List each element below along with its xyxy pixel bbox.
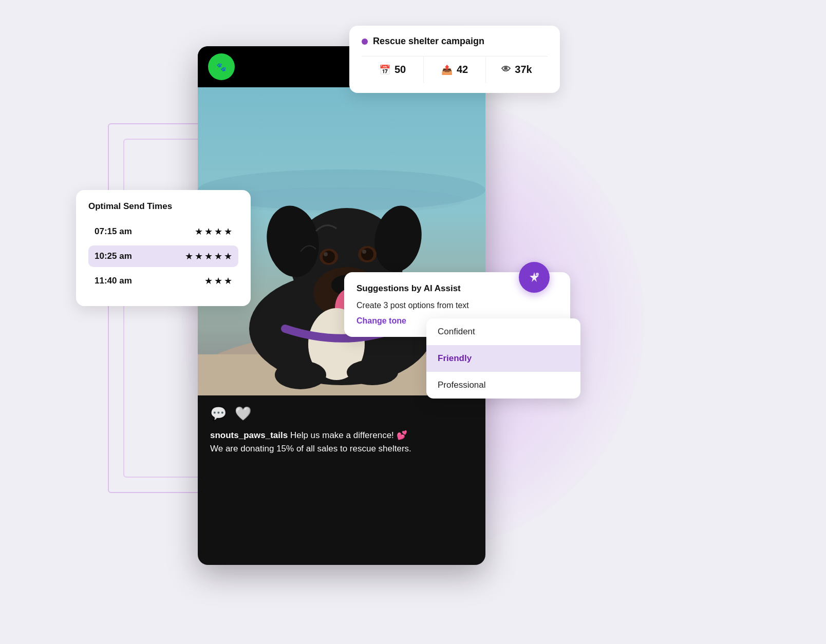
send-times-title: Optimal Send Times	[88, 201, 238, 212]
time-label-2: 10:25 am	[95, 251, 141, 261]
stat-published-value: 42	[457, 64, 468, 75]
ai-assist-button[interactable]	[519, 262, 550, 293]
campaign-stats: 📅 50 📤 42 👁 37k	[362, 56, 548, 83]
tone-option-confident[interactable]: Confident	[426, 318, 580, 345]
eye-icon: 👁	[501, 64, 511, 75]
post-caption: snouts_paws_tails Help us make a differe…	[210, 429, 473, 455]
tone-option-friendly[interactable]: Friendly	[426, 345, 580, 372]
post-caption-line2: We are donating 15% of all sales to resc…	[210, 444, 411, 453]
campaign-title-row: Rescue shelter campaign	[362, 36, 548, 47]
svg-point-24	[536, 273, 539, 276]
stat-views-value: 37k	[515, 64, 532, 75]
star: ★	[214, 226, 222, 237]
like-icon[interactable]: 🤍	[235, 406, 251, 422]
star: ★	[204, 251, 213, 262]
campaign-dot	[362, 39, 368, 45]
stars-2: ★ ★ ★ ★ ★	[185, 251, 232, 262]
campaign-stat-scheduled: 📅 50	[362, 56, 424, 83]
star: ★	[224, 251, 232, 262]
time-row-2[interactable]: 10:25 am ★ ★ ★ ★ ★	[88, 245, 238, 267]
post-username: snouts_paws_tails	[210, 430, 288, 440]
post-card-bottom: 💬 🤍 snouts_paws_tails Help us make a dif…	[198, 395, 485, 465]
time-row-3[interactable]: 11:40 am ★ ★ ★	[88, 270, 238, 292]
tone-dropdown: Confident Friendly Professional	[426, 318, 580, 399]
campaign-title: Rescue shelter campaign	[373, 36, 484, 47]
star: ★	[224, 275, 232, 287]
send-times-card: Optimal Send Times 07:15 am ★ ★ ★ ★ 10:2…	[76, 190, 251, 306]
star: ★	[214, 275, 222, 287]
calendar-icon: 📅	[379, 64, 390, 75]
svg-point-15	[324, 252, 328, 256]
post-actions: 💬 🤍	[210, 406, 473, 422]
app-logo: 🐾	[208, 53, 235, 80]
svg-point-22	[275, 361, 326, 389]
svg-point-17	[361, 248, 373, 260]
star: ★	[195, 226, 203, 237]
star: ★	[195, 251, 203, 262]
ai-option-row[interactable]: Create 3 post options from text	[356, 301, 558, 310]
svg-point-23	[347, 359, 398, 385]
svg-text:🐾: 🐾	[216, 62, 227, 72]
svg-point-14	[323, 251, 335, 263]
time-label-3: 11:40 am	[95, 276, 141, 286]
campaign-stat-published: 📤 42	[424, 56, 486, 83]
stat-scheduled-value: 50	[395, 64, 406, 75]
svg-point-18	[362, 250, 366, 254]
post-caption-text: Help us make a difference! 💕	[288, 430, 407, 440]
campaign-stat-views: 👁 37k	[486, 56, 548, 83]
campaign-card: Rescue shelter campaign 📅 50 📤 42 👁 37k	[349, 26, 560, 93]
star: ★	[204, 275, 213, 287]
tone-option-professional[interactable]: Professional	[426, 372, 580, 399]
comment-icon[interactable]: 💬	[210, 406, 227, 422]
star: ★	[185, 251, 193, 262]
stars-3: ★ ★ ★	[204, 275, 232, 287]
star: ★	[214, 251, 222, 262]
stars-1: ★ ★ ★ ★	[195, 226, 232, 237]
upload-icon: 📤	[441, 64, 453, 75]
star: ★	[224, 226, 232, 237]
time-row-1[interactable]: 07:15 am ★ ★ ★ ★	[88, 221, 238, 242]
star: ★	[204, 226, 213, 237]
time-label-1: 07:15 am	[95, 226, 141, 237]
